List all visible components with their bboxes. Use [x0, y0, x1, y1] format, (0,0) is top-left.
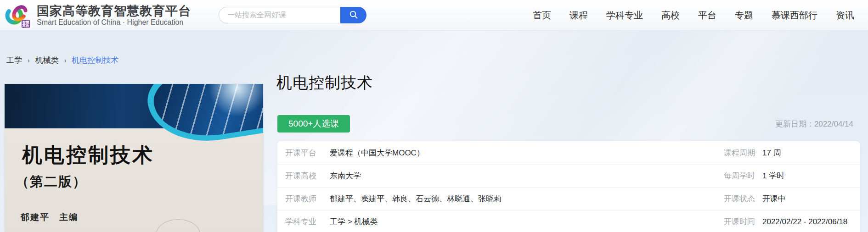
row-label: 开课状态 — [724, 193, 755, 204]
nav-item-courses[interactable]: 课程 — [569, 9, 588, 22]
table-row: 开课教师 郁建平、窦建平、韩良、石云德、林晓通、张晓莉 开课状态 开课中 — [277, 187, 860, 210]
search-button[interactable] — [340, 7, 366, 23]
brand: 国家高等教育智慧教育平台 Smart Education of China · … — [37, 4, 191, 27]
row-value: 2022/02/22 - 2022/06/18 — [762, 217, 847, 226]
update-date-label: 更新日期： — [775, 120, 814, 128]
row-label: 学科专业 — [285, 216, 323, 227]
row-value: 东南大学 — [330, 171, 361, 181]
search-bar — [219, 7, 366, 23]
table-row: 开课高校 东南大学 每周学时 1 学时 — [277, 164, 860, 187]
page-title: 机电控制技术 — [276, 72, 373, 94]
table-row: 学科专业 工学 > 机械类 开课时间 2022/02/22 - 2022/06/… — [277, 210, 860, 232]
course-info-card: 开课平台 爱课程（中国大学MOOC） 课程周期 17 周 开课高校 东南大学 每… — [277, 141, 860, 232]
svg-text:高教: 高教 — [22, 24, 30, 28]
row-value: 郁建平、窦建平、韩良、石云德、林晓通、张晓莉 — [330, 193, 502, 204]
cover-edition: （第二版） — [16, 173, 87, 191]
chevron-right-icon: › — [64, 57, 67, 64]
row-value: 17 周 — [762, 148, 781, 158]
update-date: 更新日期：2022/04/14 — [775, 119, 853, 129]
nav-item-topics[interactable]: 专题 — [735, 9, 753, 22]
platform-logo-icon: 智慧 高教 — [5, 3, 30, 28]
nav-item-mooc-west[interactable]: 慕课西部行 — [772, 9, 817, 22]
brand-title: 国家高等教育智慧教育平台 — [37, 4, 191, 18]
main-nav: 首页 课程 学科专业 高校 平台 专题 慕课西部行 资讯 — [533, 9, 854, 22]
search-input[interactable] — [219, 7, 340, 23]
nav-item-disciplines[interactable]: 学科专业 — [606, 9, 643, 22]
row-value: 1 学时 — [762, 171, 784, 181]
row-value: 工学 > 机械类 — [330, 216, 378, 227]
row-label: 开课时间 — [724, 216, 755, 227]
breadcrumb-item-category[interactable]: 机械类 — [35, 55, 59, 66]
nav-item-news[interactable]: 资讯 — [836, 9, 854, 22]
table-row: 开课平台 爱课程（中国大学MOOC） 课程周期 17 周 — [277, 141, 860, 164]
row-label: 开课教师 — [285, 193, 323, 204]
nav-item-universities[interactable]: 高校 — [661, 9, 680, 22]
nav-item-platforms[interactable]: 平台 — [698, 9, 716, 22]
cover-author: 郁建平 主编 — [21, 211, 79, 223]
cover-fiber-art — [150, 84, 263, 144]
cover-publisher-mark — [156, 219, 200, 232]
course-cover-image: 机电控制技术 （第二版） 郁建平 主编 — [5, 84, 263, 232]
row-label: 开课平台 — [285, 148, 323, 158]
header: 智慧 高教 国家高等教育智慧教育平台 Smart Education of Ch… — [0, 0, 868, 31]
row-label: 课程周期 — [724, 148, 755, 158]
breadcrumb-item-current: 机电控制技术 — [72, 55, 118, 66]
cover-book-title: 机电控制技术 — [22, 142, 154, 169]
update-date-value: 2022/04/14 — [814, 120, 853, 128]
row-label: 每周学时 — [724, 171, 755, 181]
breadcrumb: 工学 › 机械类 › 机电控制技术 — [6, 55, 118, 66]
row-value: 爱课程（中国大学MOOC） — [330, 148, 424, 158]
page: 智慧 高教 国家高等教育智慧教育平台 Smart Education of Ch… — [0, 0, 868, 232]
row-label: 开课高校 — [285, 171, 323, 181]
brand-subtitle: Smart Education of China · Higher Educat… — [37, 18, 191, 27]
row-value: 开课中 — [762, 193, 786, 204]
search-icon — [349, 10, 358, 21]
cover-teal-shape — [143, 84, 263, 150]
nav-item-home[interactable]: 首页 — [533, 9, 551, 22]
chevron-right-icon: › — [28, 57, 30, 64]
enrollment-badge: 5000+人选课 — [277, 115, 350, 133]
breadcrumb-item-discipline[interactable]: 工学 — [6, 55, 22, 66]
